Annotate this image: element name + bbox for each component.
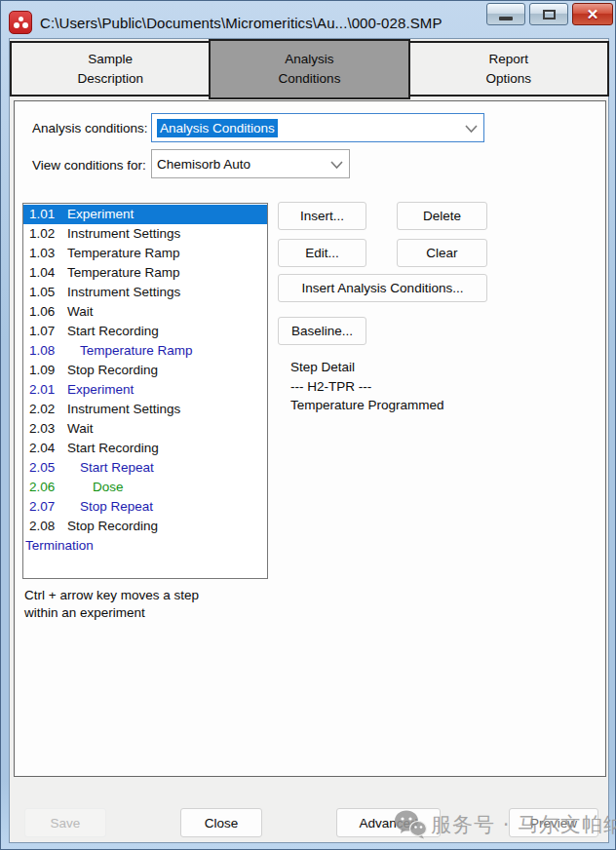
insert-analysis-conditions-button[interactable]: Insert Analysis Conditions... (278, 274, 487, 302)
list-item[interactable]: 2.01Experiment (23, 380, 267, 400)
list-item[interactable]: Termination (23, 536, 267, 556)
advanced-button[interactable]: Advanced (336, 808, 441, 837)
app-icon (9, 11, 32, 34)
view-conditions-dropdown[interactable]: Chemisorb Auto (151, 149, 350, 178)
window-title: C:\Users\Public\Documents\Micromeritics\… (40, 15, 443, 31)
analysis-conditions-value: Analysis Conditions (157, 119, 278, 137)
minimize-icon (499, 17, 513, 20)
close-icon: ✕ (587, 7, 599, 21)
list-item[interactable]: 2.03Wait (23, 419, 267, 439)
close-button[interactable]: Close (180, 808, 262, 837)
view-conditions-value: Chemisorb Auto (157, 157, 250, 172)
list-item[interactable]: 1.03Temperature Ramp (23, 244, 267, 263)
insert-button[interactable]: Insert... (278, 202, 366, 230)
analysis-conditions-label: Analysis conditions: (32, 121, 148, 135)
list-item[interactable]: 1.02Instrument Settings (23, 224, 267, 244)
keyboard-hint: Ctrl + arrow key moves a step within an … (24, 587, 199, 622)
list-item[interactable]: 2.07Stop Repeat (23, 497, 267, 517)
step-detail-line1: --- H2-TPR --- (290, 377, 444, 397)
step-detail-title: Step Detail (290, 358, 444, 377)
list-item[interactable]: 1.08Temperature Ramp (23, 341, 267, 361)
window-controls: ✕ (486, 3, 613, 25)
tab-analysis-conditions[interactable]: AnalysisConditions (209, 39, 409, 99)
list-item[interactable]: 1.05Instrument Settings (23, 283, 267, 302)
step-detail: Step Detail --- H2-TPR --- Temperature P… (290, 358, 444, 415)
preview-button[interactable]: Preview (509, 808, 598, 837)
minimize-button[interactable] (486, 3, 525, 25)
edit-button[interactable]: Edit... (278, 239, 366, 267)
application-window: C:\Users\Public\Documents\Micromeritics\… (0, 0, 616, 850)
list-item[interactable]: 2.02Instrument Settings (23, 400, 267, 419)
step-detail-line2: Temperature Programmed (290, 396, 444, 415)
close-window-button[interactable]: ✕ (572, 3, 613, 25)
clear-button[interactable]: Clear (397, 239, 487, 267)
list-item[interactable]: 2.04Start Recording (23, 439, 267, 458)
chevron-down-icon (330, 159, 341, 170)
maximize-icon (543, 10, 556, 19)
tab-strip: SampleDescription AnalysisConditions Rep… (10, 41, 609, 97)
list-item[interactable]: 1.07Start Recording (23, 322, 267, 341)
list-item[interactable]: 2.08Stop Recording (23, 517, 267, 536)
analysis-conditions-panel: Analysis conditions: Analysis Conditions… (14, 100, 606, 777)
maximize-button[interactable] (529, 3, 568, 25)
delete-button[interactable]: Delete (397, 202, 487, 230)
list-item[interactable]: 1.09Stop Recording (23, 361, 267, 380)
dialog-client-area: SampleDescription AnalysisConditions Rep… (9, 38, 609, 843)
baseline-button[interactable]: Baseline... (278, 317, 366, 345)
list-item[interactable]: 1.04Temperature Ramp (23, 263, 267, 283)
save-button: Save (24, 808, 106, 837)
tab-sample-description[interactable]: SampleDescription (10, 41, 211, 97)
view-conditions-label: View conditions for: (32, 158, 146, 173)
list-item[interactable]: 1.06Wait (23, 302, 267, 322)
analysis-conditions-dropdown[interactable]: Analysis Conditions (151, 113, 484, 142)
chevron-down-icon (465, 123, 476, 134)
tab-report-options[interactable]: ReportOptions (408, 41, 609, 97)
step-list[interactable]: 1.01Experiment1.02Instrument Settings1.0… (22, 203, 268, 579)
list-item[interactable]: 1.01Experiment (23, 205, 267, 224)
list-item[interactable]: 2.06Dose (23, 478, 267, 497)
list-item[interactable]: 2.05Start Repeat (23, 458, 267, 478)
